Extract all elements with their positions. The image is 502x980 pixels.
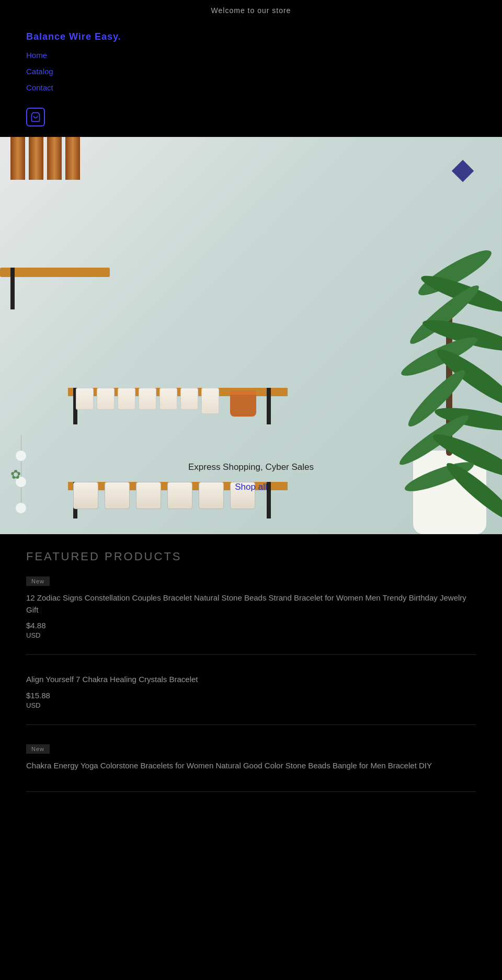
candle-jar-1 <box>76 388 94 410</box>
product-badge-1: New <box>26 577 50 586</box>
large-jar-2 <box>105 482 130 509</box>
product-item-3: New Chakra Energy Yoga Colorstone Bracel… <box>26 744 476 792</box>
brand-name[interactable]: Balance Wire Easy. <box>26 31 476 42</box>
top-shelf-board <box>0 268 110 277</box>
nav-links: Home Catalog Contact <box>26 51 476 92</box>
product-item-1: New 12 Zodiac Signs Constellation Couple… <box>26 576 476 655</box>
mid-shelf-bracket-right <box>267 388 271 424</box>
candle-jar-5 <box>159 388 177 410</box>
copper-bottle-4 <box>65 137 80 180</box>
orb-3 <box>16 503 26 513</box>
air-plant: ✿ <box>10 467 21 482</box>
product-badge-3: New <box>26 744 50 754</box>
top-shelf-support <box>10 268 15 309</box>
products-section: FEATURED PRODUCTS New 12 Zodiac Signs Co… <box>0 534 502 826</box>
large-jar-3 <box>136 482 161 509</box>
terra-cotta-pot <box>230 390 256 417</box>
hanging-orbs <box>16 451 26 529</box>
hero-text-overlay: Express Shopping, Cyber Sales Shop all <box>188 462 314 492</box>
hero-tagline: Express Shopping, Cyber Sales <box>188 462 314 472</box>
copper-bottle-3 <box>47 137 62 180</box>
cart-icon-wrap <box>0 97 502 137</box>
product-item-2: Align Yourself 7 Chakra Healing Crystals… <box>26 674 476 725</box>
large-jar-1 <box>73 482 98 509</box>
nav-link-home[interactable]: Home <box>26 51 476 60</box>
cart-icon-svg <box>30 112 41 122</box>
candle-jar-6 <box>180 388 198 410</box>
product-price-1: $4.88 USD <box>26 621 476 640</box>
product-price-2: $15.88 USD <box>26 691 476 710</box>
announcement-bar: Welcome to our store <box>0 0 502 21</box>
copper-bottle-1 <box>10 137 25 180</box>
section-title: FEATURED PRODUCTS <box>26 550 476 563</box>
announcement-text: Welcome to our store <box>211 6 291 15</box>
cart-button[interactable] <box>26 108 45 126</box>
product-name-2[interactable]: Align Yourself 7 Chakra Healing Crystals… <box>26 674 476 686</box>
nav-link-contact[interactable]: Contact <box>26 83 476 92</box>
orb-1 <box>16 451 26 461</box>
candle-jar-3 <box>118 388 135 410</box>
candle-jar-4 <box>139 388 156 410</box>
plant-container <box>303 179 502 534</box>
copper-bottle-2 <box>29 137 43 180</box>
candle-jar-7 <box>201 388 219 414</box>
hero-section: ✿ Express Shopping, Cyber S <box>0 137 502 534</box>
candle-jar-2 <box>97 388 115 410</box>
product-name-1[interactable]: 12 Zodiac Signs Constellation Couples Br… <box>26 592 476 616</box>
product-name-3[interactable]: Chakra Energy Yoga Colorstone Bracelets … <box>26 760 476 772</box>
plant-leaves-svg <box>303 179 502 534</box>
shop-all-link[interactable]: Shop all <box>235 482 267 492</box>
nav-section: Balance Wire Easy. Home Catalog Contact <box>0 21 502 97</box>
nav-link-catalog[interactable]: Catalog <box>26 67 476 76</box>
